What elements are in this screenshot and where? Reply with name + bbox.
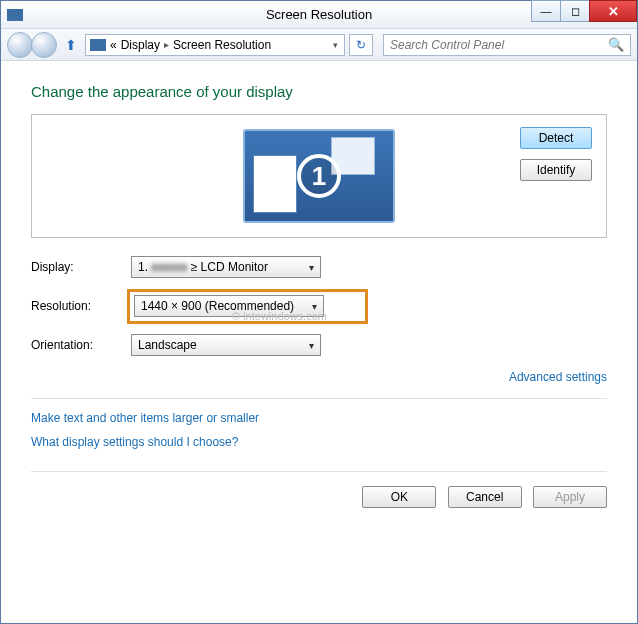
chevron-right-icon: ▸: [160, 39, 173, 50]
orientation-value: Landscape: [138, 338, 197, 352]
breadcrumb-root: «: [110, 38, 117, 52]
breadcrumb-bar[interactable]: « Display ▸ Screen Resolution ▾: [85, 34, 345, 56]
display-value-prefix: 1.: [138, 260, 148, 274]
display-icon: [90, 39, 106, 51]
display-field-row: Display: 1. xxxxxx ≥ LCD Monitor: [31, 256, 607, 278]
divider: [31, 398, 607, 399]
app-icon: [7, 9, 23, 21]
which-settings-link[interactable]: What display settings should I choose?: [31, 435, 607, 449]
advanced-settings-link[interactable]: Advanced settings: [509, 370, 607, 384]
breadcrumb-screenres[interactable]: Screen Resolution: [173, 38, 271, 52]
page-heading: Change the appearance of your display: [31, 83, 607, 100]
display-dropdown[interactable]: 1. xxxxxx ≥ LCD Monitor: [131, 256, 321, 278]
orientation-dropdown[interactable]: Landscape: [131, 334, 321, 356]
window-controls: — ◻ ✕: [532, 0, 637, 22]
up-button[interactable]: ⬆: [61, 37, 81, 53]
navigation-bar: ⬆ « Display ▸ Screen Resolution ▾ ↻ 🔍: [1, 29, 637, 61]
search-icon[interactable]: 🔍: [608, 37, 624, 52]
resolution-dropdown[interactable]: 1440 × 900 (Recommended): [134, 295, 324, 317]
resolution-value: 1440 × 900 (Recommended): [141, 299, 294, 313]
display-value-blur: xxxxxx: [151, 260, 187, 274]
search-box[interactable]: 🔍: [383, 34, 631, 56]
titlebar: Screen Resolution — ◻ ✕: [1, 1, 637, 29]
display-label: Display:: [31, 260, 131, 274]
orientation-field-row: Orientation: Landscape: [31, 334, 607, 356]
refresh-button[interactable]: ↻: [349, 34, 373, 56]
cancel-button[interactable]: Cancel: [448, 486, 522, 508]
detect-button[interactable]: Detect: [520, 127, 592, 149]
orientation-label: Orientation:: [31, 338, 131, 352]
window-frame: Screen Resolution — ◻ ✕ ⬆ « Display ▸ Sc…: [0, 0, 638, 624]
resolution-label: Resolution:: [31, 299, 131, 313]
content-area: Change the appearance of your display 1 …: [1, 61, 637, 623]
monitor-window-thumb: [253, 155, 297, 213]
minimize-button[interactable]: —: [531, 0, 561, 22]
monitor-thumbnail[interactable]: 1: [243, 129, 395, 223]
identify-button[interactable]: Identify: [520, 159, 592, 181]
breadcrumb-display[interactable]: Display: [117, 38, 160, 52]
back-button[interactable]: [7, 32, 33, 58]
window-title: Screen Resolution: [266, 7, 372, 22]
resolution-field-row: Resolution: 1440 × 900 (Recommended): [31, 292, 607, 320]
dialog-buttons: OK Cancel Apply: [31, 471, 607, 508]
search-input[interactable]: [390, 38, 608, 52]
make-text-larger-link[interactable]: Make text and other items larger or smal…: [31, 411, 607, 425]
close-button[interactable]: ✕: [589, 0, 637, 22]
display-preview-box: 1 Detect Identify: [31, 114, 607, 238]
maximize-button[interactable]: ◻: [560, 0, 590, 22]
forward-button[interactable]: [31, 32, 57, 58]
ok-button[interactable]: OK: [362, 486, 436, 508]
display-value-suffix: ≥ LCD Monitor: [191, 260, 268, 274]
monitor-number: 1: [297, 154, 341, 198]
apply-button: Apply: [533, 486, 607, 508]
breadcrumb-dropdown-icon[interactable]: ▾: [327, 40, 344, 50]
